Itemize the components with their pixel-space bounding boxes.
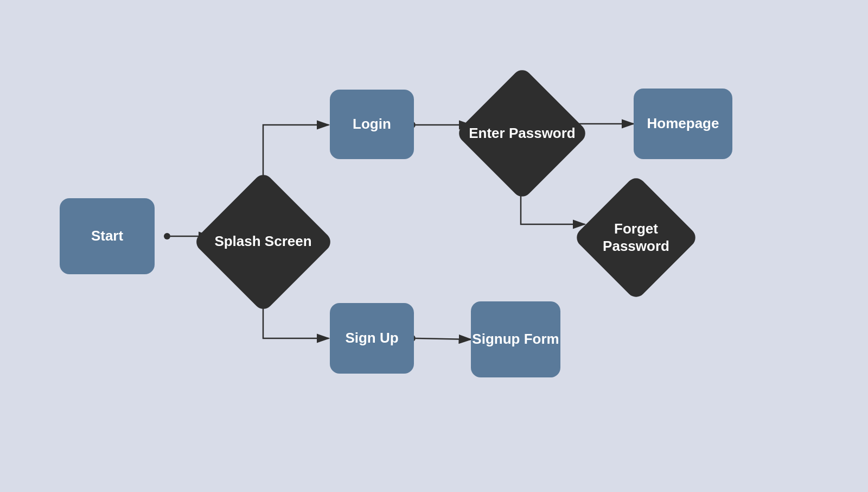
- sign-up-label: Sign Up: [345, 330, 398, 346]
- signup-form-node[interactable]: Signup Form: [471, 301, 560, 377]
- splash-screen-node[interactable]: Splash Screen: [206, 185, 320, 299]
- start-node[interactable]: Start: [60, 198, 155, 274]
- sign-up-node[interactable]: Sign Up: [330, 303, 414, 374]
- homepage-label: Homepage: [647, 115, 719, 132]
- enter-password-node[interactable]: Enter Password: [467, 78, 578, 189]
- homepage-node[interactable]: Homepage: [634, 89, 732, 159]
- signup-form-label: Signup Form: [472, 331, 559, 348]
- start-label: Start: [91, 228, 123, 244]
- login-label: Login: [353, 116, 391, 133]
- forget-password-node[interactable]: Forget Password: [583, 185, 689, 291]
- svg-line-11: [416, 338, 471, 339]
- login-node[interactable]: Login: [330, 90, 414, 159]
- svg-point-1: [164, 233, 170, 239]
